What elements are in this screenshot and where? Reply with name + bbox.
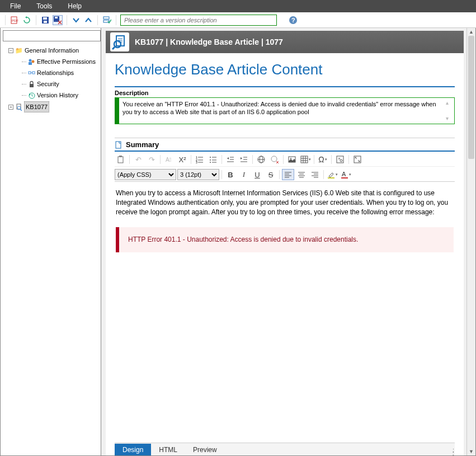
save-close-icon[interactable]	[53, 15, 63, 25]
find-replace-icon[interactable]	[334, 154, 346, 165]
symbol-icon[interactable]: Ω	[317, 154, 329, 165]
svg-point-62	[340, 159, 342, 162]
svg-rect-3	[43, 17, 47, 20]
tree-search-input[interactable]	[3, 30, 101, 41]
italic-icon[interactable]: I	[238, 169, 250, 180]
vertical-scrollbar[interactable]: ▲ ▼	[466, 28, 475, 455]
scrollbar-thumb[interactable]	[468, 36, 474, 159]
tree-item-security[interactable]: Security	[2, 78, 100, 90]
tab-preview[interactable]: Preview	[185, 444, 225, 456]
remove-link-icon[interactable]	[268, 154, 281, 165]
folder-icon: 📁	[15, 45, 23, 55]
underline-icon[interactable]: U	[251, 169, 263, 180]
align-right-icon[interactable]	[309, 169, 321, 180]
app-toolbar: PDF ?	[0, 12, 476, 28]
toolbar-separator	[331, 155, 332, 164]
svg-point-42	[210, 162, 211, 163]
tree-connector	[22, 84, 26, 84]
svg-rect-4	[44, 21, 47, 23]
svg-text:3: 3	[196, 161, 197, 163]
tree-connector	[22, 73, 26, 73]
bold-icon[interactable]: B	[224, 169, 237, 180]
summary-label: Summary	[126, 140, 159, 149]
css-class-select[interactable]: (Apply CSS)	[115, 169, 176, 180]
table-icon[interactable]	[299, 154, 312, 165]
superscript-icon[interactable]: X²	[176, 154, 188, 165]
svg-rect-30	[119, 156, 122, 157]
sidebar: Find − 📁 General Information Effective P…	[1, 28, 101, 455]
page-title: KB1077 | Knowledge Base Article | 1077	[135, 37, 283, 46]
redo-icon[interactable]: ↷	[145, 154, 158, 165]
tree-label: Effective Permissions	[37, 57, 96, 67]
toolbar-separator	[67, 15, 67, 25]
menu-file[interactable]: File	[2, 1, 29, 11]
svg-text:PDF: PDF	[12, 19, 18, 22]
scroll-down-icon[interactable]: ▼	[467, 448, 475, 455]
kb-article-icon	[110, 32, 129, 51]
font-color-icon[interactable]: A	[340, 169, 352, 180]
divider	[115, 86, 455, 87]
scroll-up-icon[interactable]: ▲	[467, 28, 475, 36]
tree-label: General Information	[25, 45, 79, 55]
refresh-icon[interactable]	[22, 15, 32, 25]
paste-icon[interactable]	[115, 154, 127, 165]
strikethrough-icon[interactable]: S	[265, 169, 277, 180]
align-center-icon[interactable]	[295, 169, 308, 180]
expand-icon[interactable]: +	[8, 105, 13, 110]
svg-rect-13	[29, 62, 32, 65]
tree-root-general-info[interactable]: − 📁 General Information	[2, 45, 100, 56]
help-icon[interactable]: ?	[288, 15, 298, 25]
description-label: Description	[115, 90, 455, 96]
tree-item-version-history[interactable]: Version History	[2, 90, 100, 101]
collapse-icon[interactable]: −	[8, 48, 13, 53]
outdent-icon[interactable]	[224, 154, 237, 165]
pdf-export-icon[interactable]: PDF	[10, 15, 20, 25]
history-icon	[28, 92, 35, 99]
indent-icon[interactable]	[238, 154, 250, 165]
svg-rect-17	[30, 84, 34, 87]
highlight-color-icon[interactable]	[326, 169, 338, 180]
tree-label: Security	[37, 79, 59, 89]
clear-format-icon[interactable]: Aͯ	[163, 154, 175, 165]
tree-item-effective-permissions[interactable]: Effective Permissions	[2, 56, 100, 67]
editor-paragraph: When you try to access a Microsoft Inter…	[116, 189, 454, 217]
svg-point-55	[290, 158, 291, 159]
editor-content[interactable]: When you try to access a Microsoft Inter…	[115, 181, 455, 443]
align-left-icon[interactable]	[282, 169, 294, 180]
hyperlink-icon[interactable]	[255, 154, 267, 165]
svg-point-12	[32, 60, 35, 63]
version-description-input[interactable]	[120, 15, 277, 26]
description-textarea[interactable]: You receive an "HTTP Error 401.1 - Unaut…	[115, 97, 455, 124]
tab-design[interactable]: Design	[115, 444, 151, 456]
tree-item-kb1077[interactable]: + KB1077	[2, 101, 100, 113]
error-callout: HTTP Error 401.1 - Unauthorized: Access …	[116, 227, 454, 252]
content-pane: KB1077 | Knowledge Base Article | 1077 K…	[101, 28, 475, 455]
permissions-icon	[28, 58, 35, 65]
page-header: KB1077 | Knowledge Base Article | 1077	[106, 31, 464, 53]
tree-item-relationships[interactable]: Relationships	[2, 67, 100, 78]
image-icon[interactable]	[286, 154, 298, 165]
editor-mode-tabs: Design HTML Preview .:..:.:	[115, 443, 455, 455]
checklist-icon[interactable]	[102, 15, 112, 25]
collapse-up-icon[interactable]	[83, 15, 93, 25]
relationships-icon	[28, 69, 35, 77]
svg-rect-7	[103, 17, 109, 19]
menu-tools[interactable]: Tools	[29, 1, 60, 11]
expand-down-icon[interactable]	[71, 15, 81, 25]
svg-rect-6	[55, 17, 58, 18]
toolbar-separator	[221, 170, 222, 179]
ordered-list-icon[interactable]: 123	[194, 154, 206, 165]
toolbar-separator	[160, 155, 161, 164]
font-size-select[interactable]: 3 (12pt)	[177, 169, 219, 180]
description-text: You receive an "HTTP Error 401.1 - Unaut…	[122, 101, 436, 115]
undo-icon[interactable]: ↶	[132, 154, 144, 165]
menu-help[interactable]: Help	[60, 1, 89, 11]
toolbar-separator	[5, 15, 6, 25]
unordered-list-icon[interactable]	[207, 154, 219, 165]
toolbar-separator	[279, 170, 280, 179]
save-icon[interactable]	[40, 15, 50, 25]
textarea-spinner[interactable]: ▴▾	[446, 99, 453, 123]
tab-html[interactable]: HTML	[151, 444, 185, 456]
toolbar-separator	[116, 15, 116, 25]
fullscreen-icon[interactable]	[351, 154, 364, 165]
